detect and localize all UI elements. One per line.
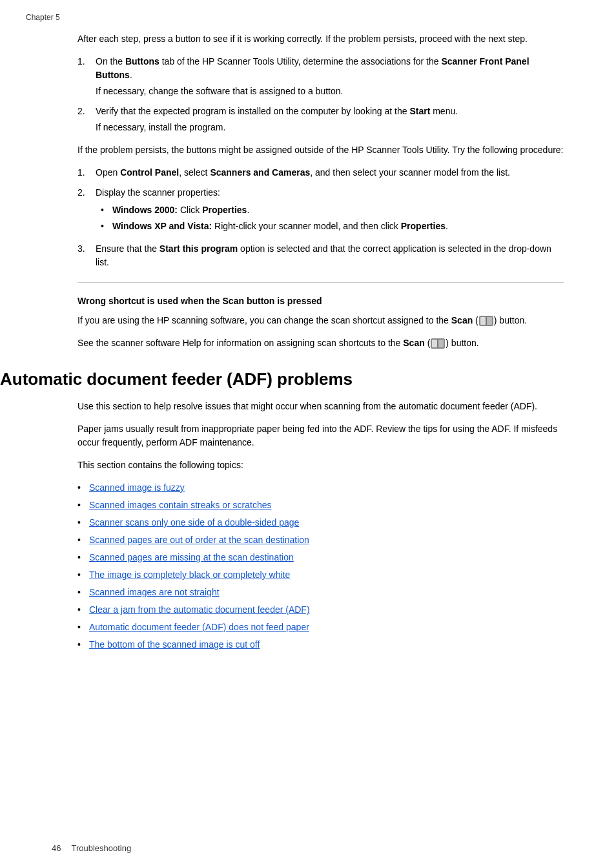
link-1[interactable]: Scanned images contain streaks or scratc…: [89, 498, 271, 512]
link-0[interactable]: Scanned image is fuzzy: [89, 481, 185, 495]
step-2b: 2. Display the scanner properties: • Win…: [77, 186, 564, 236]
svg-rect-5: [432, 340, 437, 347]
link-8[interactable]: Automatic document feeder (ADF) does not…: [89, 621, 309, 634]
step-1b: 1. Open Control Panel, select Scanners a…: [77, 166, 564, 180]
link-item-4[interactable]: • Scanned pages are missing at the scan …: [77, 551, 564, 564]
step-content-1a: On the Buttons tab of the HP Scanner Too…: [96, 55, 564, 98]
link-item-0[interactable]: • Scanned image is fuzzy: [77, 481, 564, 495]
bullet-8: •: [77, 621, 89, 634]
step-1a: 1. On the Buttons tab of the HP Scanner …: [77, 55, 564, 98]
wrong-shortcut-para1: If you are using the HP scanning softwar…: [77, 314, 564, 327]
steps-list-2: 1. Open Control Panel, select Scanners a…: [77, 166, 564, 269]
link-item-9[interactable]: • The bottom of the scanned image is cut…: [77, 638, 564, 652]
scan-icon-2: [431, 338, 445, 349]
svg-rect-1: [480, 317, 486, 325]
wrong-shortcut-para2: See the scanner software Help for inform…: [77, 336, 564, 350]
footer-page-num: 46: [52, 843, 61, 853]
bullet-dot: •: [101, 203, 112, 217]
step-text-1b: Open Control Panel, select Scanners and …: [96, 167, 510, 178]
link-3[interactable]: Scanned pages are out of order at the sc…: [89, 533, 309, 547]
link-2[interactable]: Scanner scans only one side of a double-…: [89, 516, 299, 529]
footer-label: Troubleshooting: [71, 843, 131, 853]
bullet-5: •: [77, 568, 89, 582]
wrong-shortcut-heading: Wrong shortcut is used when the Scan but…: [77, 296, 564, 306]
windows-xp-text: Windows XP and Vista: Right-click your s…: [112, 220, 448, 233]
step-2a: 2. Verify that the expected program is i…: [77, 105, 564, 134]
link-item-8[interactable]: • Automatic document feeder (ADF) does n…: [77, 621, 564, 634]
adf-para2: Paper jams usually result from inappropr…: [77, 422, 564, 449]
svg-rect-6: [438, 340, 444, 347]
step-content-3b: Ensure that the Start this program optio…: [96, 242, 564, 269]
adf-links-list: • Scanned image is fuzzy • Scanned image…: [77, 481, 564, 652]
step-content-2b: Display the scanner properties: • Window…: [96, 186, 564, 236]
link-item-7[interactable]: • Clear a jam from the automatic documen…: [77, 603, 564, 617]
footer: 46 Troubleshooting: [52, 843, 564, 853]
step-content-1b: Open Control Panel, select Scanners and …: [96, 166, 564, 180]
link-4[interactable]: Scanned pages are missing at the scan de…: [89, 551, 294, 564]
windows-2000-text: Windows 2000: Click Properties.: [112, 203, 249, 217]
adf-section-heading: Automatic document feeder (ADF) problems: [0, 369, 564, 389]
bullet-1: •: [77, 498, 89, 512]
link-5[interactable]: The image is completely black or complet…: [89, 568, 290, 582]
bullet-dot-2: •: [101, 220, 112, 233]
step-text-3b: Ensure that the Start this program optio…: [96, 243, 551, 267]
scan-icon-1: [479, 316, 493, 326]
step-num-2b: 2.: [77, 186, 96, 236]
step-text-2a: Verify that the expected program is inst…: [96, 106, 458, 116]
scanner-properties-list: • Windows 2000: Click Properties. • Wind…: [101, 203, 564, 233]
bullet-2: •: [77, 516, 89, 529]
step-content-2a: Verify that the expected program is inst…: [96, 105, 564, 134]
adf-para3: This section contains the following topi…: [77, 458, 564, 472]
windows-2000-item: • Windows 2000: Click Properties.: [101, 203, 564, 217]
svg-rect-2: [487, 317, 492, 325]
step-3b: 3. Ensure that the Start this program op…: [77, 242, 564, 269]
bullet-7: •: [77, 603, 89, 617]
bullet-6: •: [77, 586, 89, 599]
link-6[interactable]: Scanned images are not straight: [89, 586, 220, 599]
chapter-label: Chapter 5: [26, 13, 590, 22]
persists-paragraph: If the problem persists, the buttons mig…: [77, 143, 564, 157]
step-sub-1a: If necessary, change the software that i…: [96, 85, 564, 98]
divider: [77, 282, 564, 283]
bullet-3: •: [77, 533, 89, 547]
step-sub-2a: If necessary, install the program.: [96, 121, 564, 134]
link-item-2[interactable]: • Scanner scans only one side of a doubl…: [77, 516, 564, 529]
link-item-3[interactable]: • Scanned pages are out of order at the …: [77, 533, 564, 547]
steps-list-1: 1. On the Buttons tab of the HP Scanner …: [77, 55, 564, 134]
step-num-2a: 2.: [77, 105, 96, 134]
link-7[interactable]: Clear a jam from the automatic document …: [89, 603, 310, 617]
link-9[interactable]: The bottom of the scanned image is cut o…: [89, 638, 260, 652]
step-num-3b: 3.: [77, 242, 96, 269]
link-item-1[interactable]: • Scanned images contain streaks or scra…: [77, 498, 564, 512]
step-text-2b: Display the scanner properties:: [96, 187, 220, 198]
step-text-1a: On the Buttons tab of the HP Scanner Too…: [96, 56, 529, 80]
bullet-0: •: [77, 481, 89, 495]
bullet-4: •: [77, 551, 89, 564]
step-num-1b: 1.: [77, 166, 96, 180]
adf-para1: Use this section to help resolve issues …: [77, 400, 564, 413]
windows-xp-item: • Windows XP and Vista: Right-click your…: [101, 220, 564, 233]
link-item-6[interactable]: • Scanned images are not straight: [77, 586, 564, 599]
bullet-9: •: [77, 638, 89, 652]
step-num-1a: 1.: [77, 55, 96, 98]
link-item-5[interactable]: • The image is completely black or compl…: [77, 568, 564, 582]
intro-paragraph: After each step, press a button to see i…: [77, 32, 564, 46]
